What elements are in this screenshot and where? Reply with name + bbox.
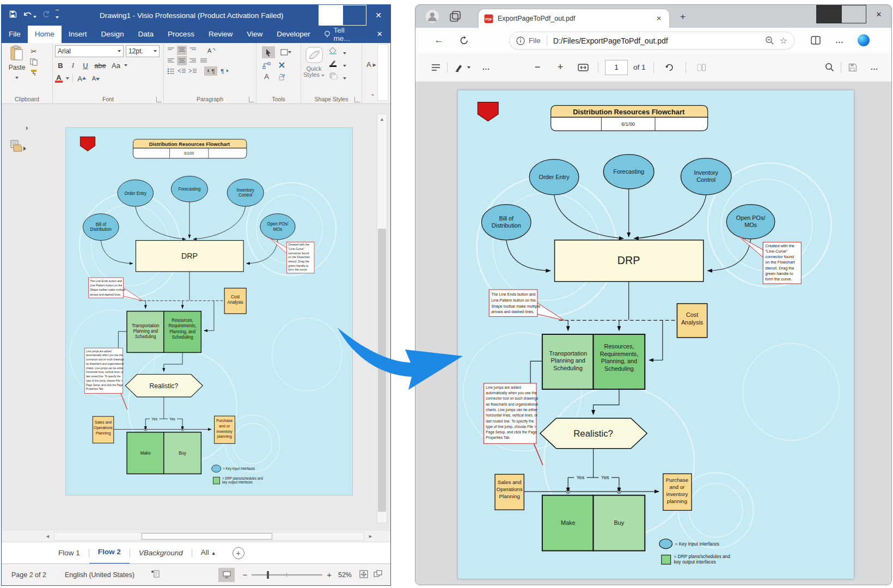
cut-icon[interactable]: ✂ xyxy=(30,47,38,56)
browser-tab[interactable]: PDF ExportPageToPdf_out.pdf ✕ xyxy=(479,9,669,28)
scroll-left-icon[interactable]: ◄ xyxy=(43,534,52,539)
highlighter-dropdown-icon[interactable] xyxy=(467,66,470,69)
connection-point-tool-icon[interactable] xyxy=(277,60,287,70)
text-rotate-icon[interactable]: A xyxy=(206,46,216,55)
fit-page-icon[interactable] xyxy=(359,570,368,580)
rtl-text-icon[interactable]: ¶ xyxy=(218,66,231,76)
save-icon[interactable] xyxy=(9,10,17,20)
quick-styles-button[interactable]: QuickStyles xyxy=(303,45,325,82)
profile-avatar-icon[interactable] xyxy=(425,9,439,26)
zoom-slider-thumb[interactable] xyxy=(267,571,269,579)
collapse-ribbon-icon[interactable]: ⌃ xyxy=(370,93,375,100)
flowchart-page[interactable]: Distribution Resources Flowchart6/1/00Or… xyxy=(66,128,352,495)
status-language[interactable]: English (United States) xyxy=(65,571,134,579)
new-tab-button[interactable]: + xyxy=(680,11,686,22)
decrease-indent-icon[interactable] xyxy=(177,66,187,76)
align-center-icon[interactable] xyxy=(177,56,187,65)
format-painter-icon[interactable] xyxy=(30,69,38,76)
align-left-icon[interactable] xyxy=(166,56,176,65)
zoom-out-page-icon[interactable] xyxy=(765,36,774,45)
stencil-panel-icon[interactable] xyxy=(10,140,27,155)
grow-font-button[interactable]: A xyxy=(76,73,87,84)
pdf-search-icon[interactable] xyxy=(821,59,837,76)
align-top-center-icon[interactable] xyxy=(177,46,187,55)
rotate-icon[interactable] xyxy=(662,59,678,76)
split-screen-icon[interactable] xyxy=(806,31,825,50)
undo-icon[interactable] xyxy=(22,10,36,20)
ribbon-tab-home[interactable]: Home xyxy=(28,26,62,43)
browser-menu-icon[interactable]: ... xyxy=(830,31,849,50)
change-case-button[interactable]: Aa xyxy=(109,60,123,71)
connector-tool-icon[interactable] xyxy=(262,60,272,70)
copilot-icon[interactable] xyxy=(854,31,873,50)
strikethrough-button[interactable]: abe xyxy=(93,60,108,71)
paste-button[interactable]: Paste xyxy=(4,45,30,81)
ribbon-scrollbar[interactable] xyxy=(377,44,388,101)
presentation-mode-icon[interactable] xyxy=(218,568,235,582)
scroll-up-icon[interactable]: ▲ xyxy=(377,114,387,124)
browser-close-button[interactable]: ✕ xyxy=(866,5,891,23)
zoom-slider[interactable] xyxy=(252,574,322,575)
workspaces-icon[interactable] xyxy=(449,10,462,24)
ribbon-tab-view[interactable]: View xyxy=(240,26,270,43)
zoom-in-button[interactable]: + xyxy=(327,570,332,579)
font-size-select[interactable]: 12pt. xyxy=(126,45,160,57)
font-dialog-launcher[interactable] xyxy=(156,97,162,102)
status-page-indicator[interactable]: Page 2 of 2 xyxy=(11,571,46,579)
font-color-button[interactable]: A xyxy=(55,75,63,83)
ribbon-close-icon[interactable]: ✕ xyxy=(369,26,390,43)
pdf-more-tools-icon[interactable]: ... xyxy=(478,59,494,76)
close-button[interactable]: ✕ xyxy=(366,5,390,26)
scroll-right-icon[interactable]: ► xyxy=(366,534,375,539)
rectangle-tool-icon[interactable] xyxy=(277,46,295,58)
address-bar[interactable]: File D:/Files/ExportPageToPdf_out.pdf ☆ xyxy=(509,32,794,50)
redo-icon[interactable] xyxy=(42,10,50,20)
ribbon-tab-developer[interactable]: Developer xyxy=(270,26,317,43)
url-text[interactable]: D:/Files/ExportPageToPdf_out.pdf xyxy=(553,36,760,45)
page-tab-vbackground[interactable]: VBackground xyxy=(130,542,192,564)
maximize-button[interactable] xyxy=(342,5,366,26)
all-pages-tab[interactable]: All ▲ xyxy=(192,542,225,564)
page-view-icon[interactable] xyxy=(694,59,710,76)
shape-fill-icon[interactable] xyxy=(329,47,346,57)
pdf-menu-icon[interactable]: ... xyxy=(866,59,883,76)
italic-button[interactable]: I xyxy=(68,60,78,71)
copy-icon[interactable] xyxy=(30,58,38,66)
paragraph-dialog-launcher[interactable] xyxy=(249,97,254,102)
horizontal-scrollbar[interactable]: ◄ ► xyxy=(2,531,390,542)
switch-windows-icon[interactable] xyxy=(374,570,383,580)
shape-effects-icon[interactable] xyxy=(329,72,346,82)
underline-button[interactable]: U xyxy=(80,60,91,71)
page-tab-flow-1[interactable]: Flow 1 xyxy=(50,542,89,564)
ribbon-tab-review[interactable]: Review xyxy=(201,26,240,43)
shape-styles-dialog-launcher[interactable] xyxy=(354,97,360,102)
align-top-right-icon[interactable] xyxy=(188,46,198,55)
pointer-tool-icon[interactable] xyxy=(262,46,275,58)
zoom-level[interactable]: 52% xyxy=(338,571,352,579)
tab-close-icon[interactable]: ✕ xyxy=(654,15,664,22)
save-pdf-icon[interactable] xyxy=(845,59,861,76)
ribbon-tab-design[interactable]: Design xyxy=(94,26,131,43)
horizontal-scroll-thumb[interactable] xyxy=(142,533,272,540)
page-tab-flow-2[interactable]: Flow 2 xyxy=(89,541,130,565)
page-number-input[interactable] xyxy=(605,60,628,75)
text-tool-icon[interactable]: A xyxy=(262,72,272,81)
ltr-text-icon[interactable]: ¶ xyxy=(204,66,217,76)
expand-shapes-panel-icon[interactable]: › xyxy=(26,124,28,132)
browser-maximize-button[interactable] xyxy=(841,5,866,23)
bold-button[interactable]: B xyxy=(55,60,66,71)
ribbon-tab-file[interactable]: File xyxy=(2,26,28,43)
free-rotate-icon[interactable] xyxy=(277,72,287,81)
increase-indent-icon[interactable] xyxy=(188,66,198,76)
pdf-zoom-in-icon[interactable]: + xyxy=(552,59,568,76)
zoom-out-button[interactable]: − xyxy=(242,570,247,579)
align-top-left-icon[interactable] xyxy=(166,46,176,55)
browser-minimize-button[interactable] xyxy=(816,5,841,23)
tell-me-box[interactable]: Tell me... xyxy=(317,26,369,43)
info-icon[interactable] xyxy=(516,36,525,45)
ribbon-tab-data[interactable]: Data xyxy=(131,26,161,43)
font-name-select[interactable]: Arial xyxy=(55,45,124,57)
highlighter-icon[interactable] xyxy=(451,59,467,76)
toc-icon[interactable] xyxy=(427,59,444,76)
macro-record-icon[interactable] xyxy=(151,570,160,579)
